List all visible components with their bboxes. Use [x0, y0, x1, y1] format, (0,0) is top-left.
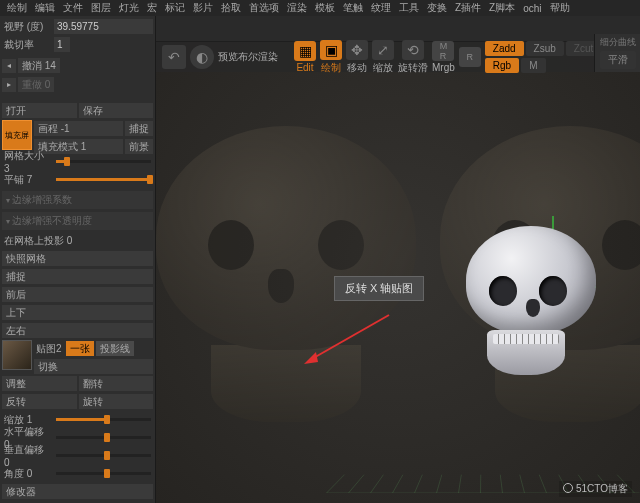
boolean-icon[interactable]: ◐ [190, 45, 214, 69]
playback-next-icon[interactable]: ▸ [2, 78, 16, 92]
menu-item[interactable]: 灯光 [116, 1, 142, 15]
menu-item[interactable]: 图层 [88, 1, 114, 15]
angle-label: 角度 0 [2, 467, 52, 481]
menu-item[interactable]: 首选项 [246, 1, 282, 15]
snap-grid-button[interactable]: 快照网格 [2, 251, 153, 266]
tile-label: 平铺 7 [2, 173, 52, 187]
leftright-button[interactable]: 左右 [2, 323, 153, 338]
menu-item[interactable]: 帮助 [547, 1, 573, 15]
open-button[interactable]: 打开 [2, 103, 77, 118]
smooth-button[interactable]: 平滑 [600, 51, 636, 69]
edge-enhance-header[interactable]: 边缘增强系数 [2, 191, 153, 209]
menu-item[interactable]: 宏 [144, 1, 160, 15]
fov-value[interactable]: 39.59775 [54, 19, 153, 34]
top-toolbar: ↶ ◐ 预览布尔渲染 ▦Edit ▣绘制 ✥移动 ⤢缩放 ⟲旋转滑 MRMrgb… [156, 42, 640, 72]
menu-item[interactable]: 纹理 [368, 1, 394, 15]
fov-label: 视野 (度) [2, 20, 52, 34]
history-back-icon[interactable]: ↶ [162, 45, 186, 69]
hshift-slider[interactable] [56, 436, 151, 439]
crop-label: 裁切率 [2, 38, 52, 52]
menu-item[interactable]: 渲染 [284, 1, 310, 15]
menu-item[interactable]: 模板 [312, 1, 338, 15]
project-label: 在网格上投影 0 [2, 234, 72, 248]
adjust-button[interactable]: 调整 [2, 376, 77, 391]
menu-item[interactable]: 影片 [190, 1, 216, 15]
mrgb-label: Mrgb [432, 62, 455, 73]
rotate-button[interactable]: 旋转 [79, 394, 154, 409]
menu-item[interactable]: Z插件 [452, 1, 484, 15]
capture-button[interactable]: 捕捉 [125, 121, 153, 136]
crop-value[interactable]: 1 [54, 37, 70, 52]
flip-button[interactable]: 翻转 [79, 376, 154, 391]
move-label: 移动 [347, 61, 367, 75]
redo-button[interactable]: 重做 0 [18, 77, 54, 92]
switch-button[interactable]: 切换 [34, 359, 153, 374]
front-button[interactable]: 前景 [125, 139, 153, 154]
rotate-label: 旋转滑 [398, 61, 428, 75]
menu-item[interactable]: 文件 [60, 1, 86, 15]
gridsize-label: 网格大小 3 [2, 149, 52, 174]
tile-slider[interactable] [56, 178, 151, 181]
menu-item[interactable]: 变换 [424, 1, 450, 15]
menu-item[interactable]: 笔触 [340, 1, 366, 15]
m-toggle[interactable]: M [521, 58, 545, 73]
viewport-top-strip [156, 16, 640, 42]
map-name-label: 贴图2 [34, 342, 64, 356]
invert-button[interactable]: 反转 [2, 394, 77, 409]
menu-item[interactable]: 拾取 [218, 1, 244, 15]
menu-item[interactable]: 标记 [162, 1, 188, 15]
main-area: ↶ ◐ 预览布尔渲染 ▦Edit ▣绘制 ✥移动 ⤢缩放 ⟲旋转滑 MRMrgb… [156, 16, 640, 503]
vshift-slider[interactable] [56, 454, 151, 457]
draw-mode-icon[interactable]: ▣ [320, 40, 342, 60]
capture2-button[interactable]: 捕捉 [2, 269, 153, 284]
menu-item[interactable]: Z脚本 [486, 1, 518, 15]
scale-slider[interactable] [56, 418, 151, 421]
scale-tool-icon[interactable]: ⤢ [372, 40, 394, 60]
playback-prev-icon[interactable]: ◂ [2, 59, 16, 73]
fill-screen-thumb[interactable]: 填充屏 [2, 120, 32, 150]
one-button[interactable]: 一张 [66, 341, 94, 356]
modifier-button[interactable]: 修改器 [2, 484, 153, 499]
frontback-button[interactable]: 前后 [2, 287, 153, 302]
active-mesh[interactable] [466, 226, 596, 376]
menu-item[interactable]: 工具 [396, 1, 422, 15]
menu-item[interactable]: ochi [520, 3, 544, 14]
map-thumbnail[interactable] [2, 340, 32, 370]
zsub-toggle[interactable]: Zsub [526, 41, 564, 56]
menu-item[interactable]: 编辑 [32, 1, 58, 15]
subdivision-label: 细分曲线 [600, 36, 636, 49]
mrgb-icon[interactable]: MR [432, 41, 454, 61]
rotate-tool-icon[interactable]: ⟲ [402, 40, 424, 60]
vshift-label: 垂直偏移 0 [2, 443, 52, 468]
edge-opacity-header[interactable]: 边缘增强不透明度 [2, 212, 153, 230]
edit-label: Edit [296, 62, 313, 73]
edit-mode-icon[interactable]: ▦ [294, 41, 316, 61]
right-panel: 细分曲线 平滑 [594, 34, 640, 72]
tooltip: 反转 X 轴贴图 [334, 276, 424, 301]
boolean-label: 预览布尔渲染 [218, 50, 278, 64]
viewport[interactable] [156, 16, 640, 503]
save-button[interactable]: 保存 [79, 103, 154, 118]
left-panel: 视野 (度)39.59775 裁切率1 ◂ 撤消 14 ▸ 重做 0 打开保存 … [0, 16, 156, 503]
rgb-icon-small[interactable]: R [459, 47, 481, 67]
menu-item[interactable]: 绘制 [4, 1, 30, 15]
gridsize-slider[interactable] [56, 160, 151, 163]
projection-line-button[interactable]: 投影线 [96, 341, 134, 356]
angle-slider[interactable] [56, 472, 151, 475]
watermark: 51CTO博客 [559, 481, 632, 497]
main-menu-bar: 绘制 编辑 文件 图层 灯光 宏 标记 影片 拾取 首选项 渲染 模板 笔触 纹… [0, 0, 640, 16]
rgb-toggle[interactable]: Rgb [485, 58, 519, 73]
range-field[interactable]: 画程 -1 [34, 121, 123, 136]
updown-button[interactable]: 上下 [2, 305, 153, 320]
move-tool-icon[interactable]: ✥ [346, 40, 368, 60]
scale-label: 缩放 [373, 61, 393, 75]
draw-label: 绘制 [321, 61, 341, 75]
zadd-toggle[interactable]: Zadd [485, 41, 524, 56]
undo-button[interactable]: 撤消 14 [18, 58, 60, 73]
